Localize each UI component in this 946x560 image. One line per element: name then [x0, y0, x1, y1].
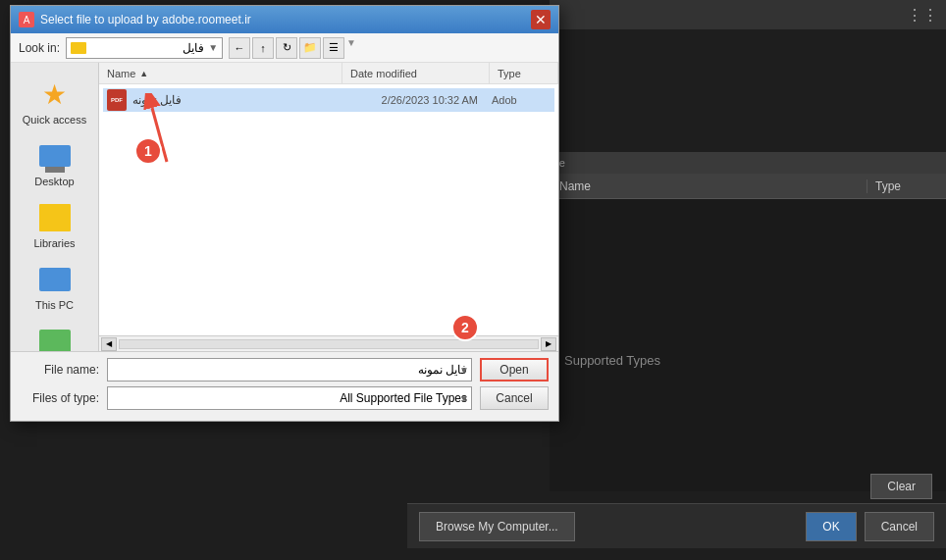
dialog-fields: File name: فایل نمونه ▼ Open Files of ty…	[11, 351, 558, 421]
clear-button-area: Clear	[870, 474, 932, 499]
type-col-header[interactable]: Type	[490, 63, 558, 83]
look-in-combo[interactable]: فایل ▼	[66, 37, 223, 59]
file-item[interactable]: فایل نمونه 2/26/2023 10:32 AM Adob	[103, 88, 554, 112]
filename-row: File name: فایل نمونه ▼ Open	[21, 358, 549, 382]
pdf-file-icon	[107, 89, 127, 111]
quick-access-icon: ★	[37, 76, 73, 112]
col-type-header: Type	[867, 179, 946, 193]
right-table-body	[550, 199, 946, 491]
close-button[interactable]: ✕	[531, 10, 551, 29]
right-table-header: Name Type	[550, 174, 946, 199]
look-in-value: فایل	[90, 41, 204, 55]
scroll-track[interactable]	[119, 339, 539, 349]
libraries-icon-wrap	[37, 200, 73, 235]
toolbar-buttons: ← ↑ ↻ 📁 ☰ ▼	[229, 37, 356, 59]
combo-arrow-icon: ▼	[208, 42, 218, 53]
filename-combo[interactable]: فایل نمونه ▼	[107, 358, 472, 382]
libraries-label: Libraries	[33, 237, 75, 249]
new-folder-button[interactable]: 📁	[299, 37, 321, 59]
dialog-sidebar: ★ Quick access Desktop Libraries	[11, 63, 99, 351]
dialog-toolbar: Look in: فایل ▼ ← ↑ ↻ 📁 ☰ ▼	[11, 33, 558, 63]
desktop-label: Desktop	[34, 176, 74, 187]
libraries-icon	[39, 204, 71, 231]
scroll-right-arrow[interactable]: ▶	[541, 337, 556, 351]
desktop-icon	[39, 145, 71, 167]
top-bar: ⋮⋮	[550, 0, 946, 29]
open-button[interactable]: Open	[480, 358, 549, 382]
up-button[interactable]: ↑	[252, 37, 274, 59]
dialog-main: ★ Quick access Desktop Libraries	[11, 63, 558, 351]
name-col-header[interactable]: Name ▲	[99, 63, 342, 83]
desktop-icon-wrap	[37, 138, 73, 174]
network-icon	[39, 330, 71, 351]
filename-combo-arrow: ▼	[459, 365, 469, 376]
sidebar-item-desktop[interactable]: Desktop	[16, 134, 94, 191]
pc-icon-wrap	[37, 262, 73, 297]
sort-arrow: ▲	[139, 69, 148, 78]
filelist-header: Name ▲ Date modified Type	[99, 63, 558, 84]
star-icon: ★	[42, 78, 67, 111]
filetype-combo-arrow: ▼	[459, 393, 469, 404]
quick-access-label: Quick access	[23, 114, 86, 126]
cancel-main-button[interactable]: Cancel	[865, 512, 934, 541]
cancel-button[interactable]: Cancel	[480, 386, 549, 410]
view-button[interactable]: ☰	[323, 37, 344, 59]
supported-types-label: Supported Types	[564, 353, 660, 368]
col-name-header: Name	[550, 179, 867, 193]
menu-dots-icon[interactable]: ⋮⋮	[907, 6, 938, 25]
titlebar-left: A Select file to upload by adobe.roomeet…	[19, 12, 251, 27]
back-button[interactable]: ←	[229, 37, 250, 59]
dialog-titlebar: A Select file to upload by adobe.roomeet…	[11, 6, 558, 33]
filelist-body: فایل نمونه 2/26/2023 10:32 AM Adob	[99, 84, 558, 335]
browse-button[interactable]: Browse My Computer...	[419, 512, 575, 541]
date-col-header[interactable]: Date modified	[342, 63, 490, 83]
file-item-name: فایل نمونه	[132, 93, 182, 107]
file-item-type: Adob	[492, 94, 551, 106]
bottom-bar: Browse My Computer... OK Cancel	[407, 503, 946, 548]
sidebar-item-this-pc[interactable]: This PC	[16, 258, 94, 315]
sidebar-item-quick-access[interactable]: ★ Quick access	[16, 73, 94, 129]
scroll-left-arrow[interactable]: ◀	[101, 337, 117, 351]
filetype-combo[interactable]: All Supported File Types ▼	[107, 386, 472, 410]
sidebar-item-network[interactable]: Network	[16, 320, 94, 351]
file-dialog: A Select file to upload by adobe.roomeet…	[10, 5, 559, 422]
clear-button[interactable]: Clear	[870, 474, 932, 499]
sidebar-item-libraries[interactable]: Libraries	[16, 196, 94, 253]
filetype-value: All Supported File Types	[340, 391, 467, 405]
right-panel-header: re	[550, 152, 946, 174]
file-name-label: File name:	[21, 363, 99, 377]
ok-button[interactable]: OK	[806, 512, 856, 541]
file-item-date: 2/26/2023 10:32 AM	[382, 94, 478, 106]
refresh-button[interactable]: ↻	[276, 37, 297, 59]
view-arrow: ▼	[346, 37, 356, 59]
pc-icon	[39, 268, 71, 291]
horizontal-scrollbar[interactable]: ◀ ▶	[99, 335, 558, 351]
this-pc-label: This PC	[35, 299, 74, 311]
filetype-row: Files of type: All Supported File Types …	[21, 386, 549, 410]
folder-icon	[71, 42, 86, 54]
files-of-type-label: Files of type:	[21, 391, 99, 405]
network-icon-wrap	[37, 324, 73, 351]
dialog-filelist: Name ▲ Date modified Type فایل نمونه 2/2…	[99, 63, 558, 351]
dialog-title: Select file to upload by adobe.roomeet.i…	[40, 13, 251, 26]
app-icon: A	[19, 12, 34, 27]
look-in-label: Look in:	[19, 41, 60, 55]
